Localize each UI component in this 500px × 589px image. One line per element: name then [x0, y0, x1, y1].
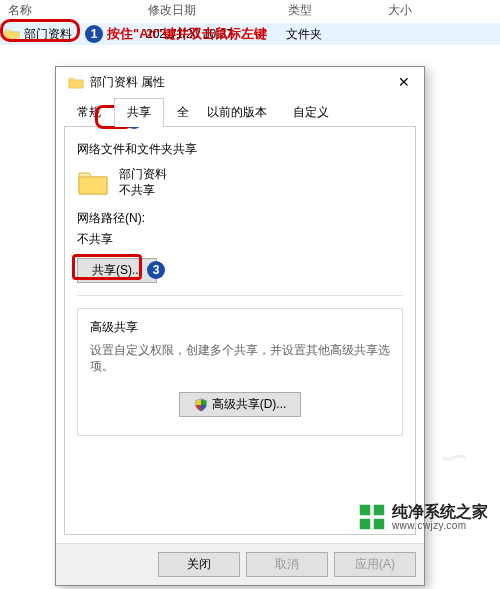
dialog-footer: 关闭 取消 应用(A) [56, 543, 424, 585]
explorer-column-header: 名称 修改日期 类型 大小 [0, 0, 500, 23]
advanced-desc: 设置自定义权限，创建多个共享，并设置其他高级共享选项。 [90, 342, 390, 374]
col-header-type[interactable]: 类型 [280, 2, 380, 19]
advanced-share-button[interactable]: 高级共享(D)... [179, 392, 302, 417]
brand-watermark: 纯净系统之家 www.cwjzy.com [358, 503, 488, 531]
tab-custom[interactable]: 自定义 [280, 98, 342, 126]
advanced-sharing-box: 高级共享 设置自定义权限，创建多个共享，并设置其他高级共享选项。 高级共享(D)… [77, 308, 403, 436]
tab-security[interactable]: 全 [164, 98, 194, 126]
svg-rect-2 [360, 519, 371, 530]
tab-strip: 常规 共享 全 以前的版本 自定义 [64, 98, 416, 127]
folder-icon [77, 168, 109, 196]
sharing-section-title: 网络文件和文件夹共享 [77, 141, 403, 158]
brand-logo-icon [358, 503, 386, 531]
annotation-badge-1: 1 [85, 25, 103, 43]
folder-icon [68, 75, 84, 89]
brand-url: www.cwjzy.com [392, 520, 488, 531]
svg-rect-3 [374, 519, 385, 530]
annotation-step-3: 3 [147, 261, 165, 279]
shield-icon [194, 398, 208, 412]
brand-name: 纯净系统之家 [392, 504, 488, 520]
advanced-share-label: 高级共享(D)... [212, 396, 287, 413]
divider [77, 295, 403, 296]
advanced-title: 高级共享 [90, 319, 390, 336]
watermark: ∽ [436, 434, 472, 481]
annotation-text-1: 按住"Alt"键并双击鼠标左键 [107, 25, 267, 43]
col-header-date[interactable]: 修改日期 [140, 2, 280, 19]
sharing-state: 不共享 [119, 182, 167, 198]
sharing-folder-name: 部门资料 [119, 166, 167, 182]
annotation-badge-3: 3 [147, 261, 165, 279]
apply-button[interactable]: 应用(A) [334, 552, 416, 577]
network-path-label: 网络路径(N): [77, 210, 403, 227]
sharing-folder-info: 部门资料 不共享 [77, 166, 403, 198]
annotation-step-1: 1 按住"Alt"键并双击鼠标左键 [85, 25, 267, 43]
cancel-button[interactable]: 取消 [246, 552, 328, 577]
close-button-footer[interactable]: 关闭 [158, 552, 240, 577]
col-header-size[interactable]: 大小 [380, 2, 460, 19]
share-button[interactable]: 共享(S)... [77, 258, 157, 283]
dialog-titlebar[interactable]: 部门资料 属性 ✕ [56, 67, 424, 97]
svg-rect-0 [360, 505, 371, 516]
tab-sharing[interactable]: 共享 [114, 98, 164, 126]
col-header-name[interactable]: 名称 [0, 2, 140, 19]
tab-general[interactable]: 常规 [64, 98, 114, 126]
network-path-value: 不共享 [77, 231, 403, 248]
folder-icon [4, 27, 20, 41]
close-button[interactable]: ✕ [384, 67, 424, 97]
tab-content-sharing: 网络文件和文件夹共享 部门资料 不共享 网络路径(N): 不共享 共享(S)..… [64, 126, 416, 535]
svg-rect-1 [374, 505, 385, 516]
folder-type: 文件夹 [278, 26, 378, 43]
dialog-title: 部门资料 属性 [90, 74, 165, 91]
tab-previous-versions[interactable]: 以前的版本 [194, 98, 280, 126]
